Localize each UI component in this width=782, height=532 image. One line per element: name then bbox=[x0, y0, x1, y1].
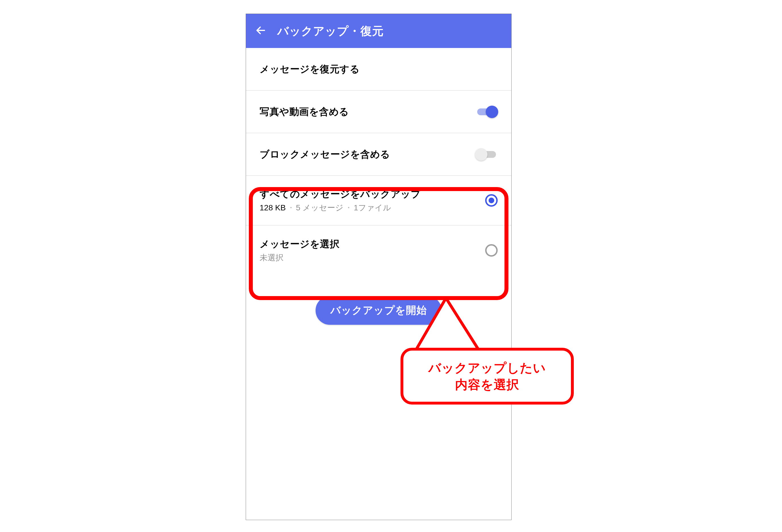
row-include-blocked[interactable]: ブロックメッセージを含める bbox=[246, 133, 511, 176]
toggle-include-media[interactable] bbox=[475, 106, 498, 118]
row-include-media-label: 写真や動画を含める bbox=[260, 105, 349, 118]
phone-frame: バックアップ・復元 メッセージを復元する 写真や動画を含める ブロックメッセージ… bbox=[246, 14, 511, 520]
page-title: バックアップ・復元 bbox=[277, 23, 384, 39]
row-restore-label: メッセージを復元する bbox=[260, 63, 360, 76]
radio-select-messages[interactable] bbox=[485, 244, 498, 257]
app-bar: バックアップ・復元 bbox=[246, 14, 511, 48]
row-select-messages[interactable]: メッセージを選択 未選択 bbox=[246, 225, 511, 275]
row-select-messages-label: メッセージを選択 bbox=[260, 238, 340, 251]
row-backup-all-label: すべてのメッセージをバックアップ bbox=[260, 188, 421, 201]
arrow-left-icon bbox=[255, 25, 266, 37]
toggle-include-blocked[interactable] bbox=[475, 148, 498, 161]
row-backup-all[interactable]: すべてのメッセージをバックアップ 128 KB・5 メッセージ・1ファイル bbox=[246, 176, 511, 225]
row-select-messages-sub: 未選択 bbox=[260, 252, 340, 263]
start-button-wrap: バックアップを開始 bbox=[246, 275, 511, 325]
row-include-media[interactable]: 写真や動画を含める bbox=[246, 90, 511, 133]
row-restore-messages[interactable]: メッセージを復元する bbox=[246, 48, 511, 90]
back-button[interactable] bbox=[254, 24, 268, 38]
row-backup-all-sub: 128 KB・5 メッセージ・1ファイル bbox=[260, 202, 421, 213]
start-backup-button[interactable]: バックアップを開始 bbox=[316, 296, 442, 325]
radio-backup-all[interactable] bbox=[485, 194, 498, 207]
row-include-blocked-label: ブロックメッセージを含める bbox=[260, 148, 390, 161]
